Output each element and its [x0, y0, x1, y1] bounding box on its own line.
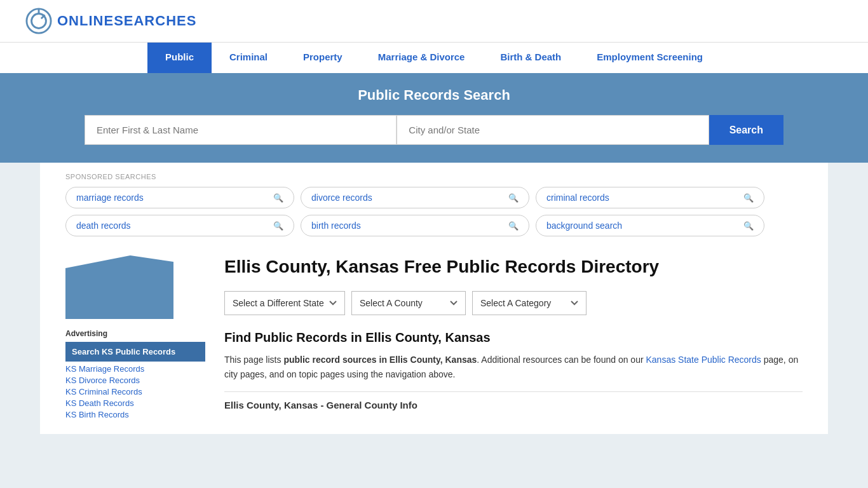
logo-text: ONLINESEARCHES: [57, 13, 196, 29]
nav-property[interactable]: Property: [285, 43, 360, 73]
content-layout: Advertising Search KS Public Records KS …: [40, 243, 828, 434]
sponsored-pill-divorce[interactable]: divorce records 🔍: [301, 187, 529, 208]
nav-public[interactable]: Public: [147, 43, 212, 73]
sponsored-pill-death[interactable]: death records 🔍: [65, 215, 294, 236]
nav-criminal[interactable]: Criminal: [212, 43, 285, 73]
ad-link-criminal[interactable]: KS Criminal Records: [65, 387, 205, 396]
ad-link-death[interactable]: KS Death Records: [65, 398, 205, 408]
search-button[interactable]: Search: [709, 115, 783, 145]
nav-marriage-divorce[interactable]: Marriage & Divorce: [360, 43, 483, 73]
ad-link-marriage[interactable]: KS Marriage Records: [65, 364, 205, 374]
name-input[interactable]: [85, 115, 397, 145]
general-info-title: Ellis County, Kansas - General County In…: [224, 400, 803, 410]
section-divider: [224, 391, 803, 392]
description-text: This page lists public record sources in…: [224, 353, 803, 381]
search-icon: 🔍: [273, 193, 283, 203]
ad-link-divorce[interactable]: KS Divorce Records: [65, 376, 205, 385]
ad-highlighted[interactable]: Search KS Public Records: [65, 342, 205, 362]
find-records-title: Find Public Records in Ellis County, Kan…: [224, 330, 803, 345]
header: ONLINESEARCHES: [0, 0, 868, 42]
nav-birth-death[interactable]: Birth & Death: [482, 43, 579, 73]
nav-employment[interactable]: Employment Screening: [579, 43, 721, 73]
search-form: Search: [85, 115, 783, 145]
main-nav: Public Criminal Property Marriage & Divo…: [0, 42, 868, 73]
page-title: Ellis County, Kansas Free Public Records…: [224, 255, 803, 278]
sponsored-pill-criminal[interactable]: criminal records 🔍: [536, 187, 764, 208]
sponsored-label: SPONSORED SEARCHES: [65, 173, 803, 180]
sponsored-section: SPONSORED SEARCHES marriage records 🔍 di…: [40, 163, 828, 243]
category-dropdown[interactable]: Select A Category: [472, 291, 587, 315]
advertising-label: Advertising: [65, 329, 205, 338]
sidebar: Advertising Search KS Public Records KS …: [65, 255, 205, 421]
sponsored-pill-birth[interactable]: birth records 🔍: [301, 215, 529, 236]
location-input[interactable]: [397, 115, 709, 145]
search-icon: 🔍: [743, 221, 754, 231]
sponsored-grid: marriage records 🔍 divorce records 🔍 cri…: [65, 187, 764, 236]
main-container: SPONSORED SEARCHES marriage records 🔍 di…: [40, 163, 828, 434]
state-dropdown[interactable]: Select a Different State: [224, 291, 345, 315]
search-banner-title: Public Records Search: [25, 87, 843, 104]
search-icon: 🔍: [508, 221, 519, 231]
search-banner: Public Records Search Search: [0, 73, 868, 163]
search-icon: 🔍: [508, 193, 519, 203]
ks-public-records-link[interactable]: Kansas State Public Records: [646, 355, 761, 365]
sponsored-pill-background[interactable]: background search 🔍: [536, 215, 764, 236]
svg-line-3: [41, 15, 45, 18]
logo-icon: [25, 8, 52, 34]
logo[interactable]: ONLINESEARCHES: [25, 8, 196, 34]
county-dropdown[interactable]: Select A County: [351, 291, 466, 315]
search-icon: 🔍: [273, 221, 283, 231]
state-map: [65, 255, 173, 319]
ad-link-birth[interactable]: KS Birth Records: [65, 410, 205, 419]
sponsored-pill-marriage[interactable]: marriage records 🔍: [65, 187, 294, 208]
search-icon: 🔍: [743, 193, 754, 203]
ad-section: Advertising Search KS Public Records KS …: [65, 329, 205, 419]
dropdowns-row: Select a Different State Select A County…: [224, 291, 803, 315]
main-content: Ellis County, Kansas Free Public Records…: [224, 255, 803, 421]
